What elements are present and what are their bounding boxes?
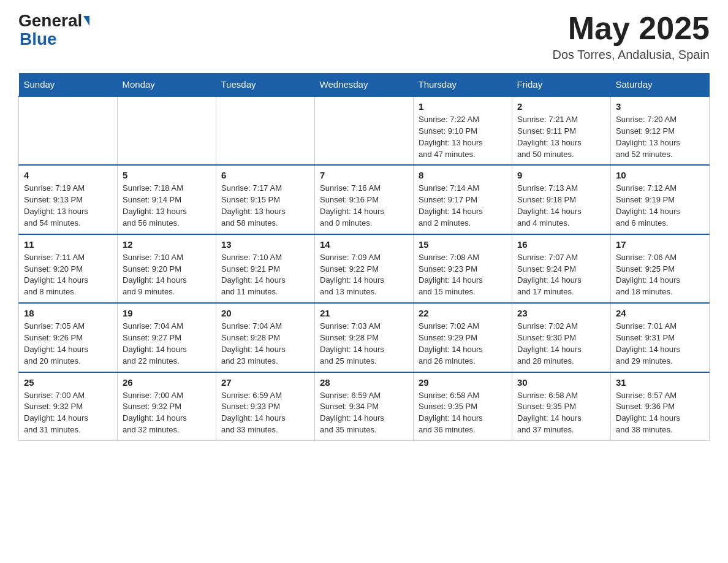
day-info: Sunrise: 7:01 AMSunset: 9:31 PMDaylight:… [616,321,704,367]
day-cell: 17Sunrise: 7:06 AMSunset: 9:25 PMDayligh… [611,234,710,303]
day-cell: 10Sunrise: 7:12 AMSunset: 9:19 PMDayligh… [611,165,710,234]
day-info: Sunrise: 6:58 AMSunset: 9:35 PMDaylight:… [517,390,605,436]
logo-general-text: General [18,12,82,29]
week-row-4: 18Sunrise: 7:05 AMSunset: 9:26 PMDayligh… [19,303,710,372]
day-number: 28 [320,377,408,388]
day-cell: 24Sunrise: 7:01 AMSunset: 9:31 PMDayligh… [611,303,710,372]
day-info: Sunrise: 7:11 AMSunset: 9:20 PMDaylight:… [24,252,112,298]
day-number: 15 [419,239,507,250]
day-info: Sunrise: 6:58 AMSunset: 9:35 PMDaylight:… [419,390,507,436]
day-number: 23 [517,308,605,318]
day-info: Sunrise: 7:13 AMSunset: 9:18 PMDaylight:… [517,183,605,229]
day-cell: 25Sunrise: 7:00 AMSunset: 9:32 PMDayligh… [19,372,118,441]
day-info: Sunrise: 7:20 AMSunset: 9:12 PMDaylight:… [616,114,704,160]
page-header: General Blue May 2025 Dos Torres, Andalu… [18,12,710,62]
day-cell: 12Sunrise: 7:10 AMSunset: 9:20 PMDayligh… [118,234,216,303]
header-cell-monday: Monday [118,73,216,96]
day-number: 2 [517,101,605,112]
day-number: 11 [24,239,112,250]
day-cell: 6Sunrise: 7:17 AMSunset: 9:15 PMDaylight… [216,165,315,234]
day-cell: 13Sunrise: 7:10 AMSunset: 9:21 PMDayligh… [216,234,315,303]
day-info: Sunrise: 7:16 AMSunset: 9:16 PMDaylight:… [320,183,408,229]
day-info: Sunrise: 6:59 AMSunset: 9:33 PMDaylight:… [221,390,309,436]
day-number: 19 [123,308,211,318]
day-number: 26 [123,377,211,388]
day-number: 6 [221,170,309,180]
day-info: Sunrise: 7:05 AMSunset: 9:26 PMDaylight:… [24,321,112,367]
day-cell: 15Sunrise: 7:08 AMSunset: 9:23 PMDayligh… [414,234,512,303]
day-info: Sunrise: 7:02 AMSunset: 9:29 PMDaylight:… [419,321,507,367]
day-cell: 19Sunrise: 7:04 AMSunset: 9:27 PMDayligh… [118,303,216,372]
day-info: Sunrise: 7:22 AMSunset: 9:10 PMDaylight:… [419,114,507,160]
day-number: 9 [517,170,605,180]
day-info: Sunrise: 7:07 AMSunset: 9:24 PMDaylight:… [517,252,605,298]
day-cell [118,96,216,165]
day-cell: 14Sunrise: 7:09 AMSunset: 9:22 PMDayligh… [315,234,414,303]
location-subtitle: Dos Torres, Andalusia, Spain [553,48,710,62]
day-number: 31 [616,377,704,388]
day-number: 30 [517,377,605,388]
day-number: 7 [320,170,408,180]
day-cell: 9Sunrise: 7:13 AMSunset: 9:18 PMDaylight… [512,165,611,234]
header-cell-thursday: Thursday [414,73,512,96]
day-info: Sunrise: 7:08 AMSunset: 9:23 PMDaylight:… [419,252,507,298]
day-number: 12 [123,239,211,250]
day-number: 22 [419,308,507,318]
day-info: Sunrise: 7:03 AMSunset: 9:28 PMDaylight:… [320,321,408,367]
day-number: 13 [221,239,309,250]
day-number: 29 [419,377,507,388]
day-info: Sunrise: 7:14 AMSunset: 9:17 PMDaylight:… [419,183,507,229]
day-cell: 31Sunrise: 6:57 AMSunset: 9:36 PMDayligh… [611,372,710,441]
day-cell: 4Sunrise: 7:19 AMSunset: 9:13 PMDaylight… [19,165,118,234]
day-number: 18 [24,308,112,318]
header-cell-wednesday: Wednesday [315,73,414,96]
calendar-table: SundayMondayTuesdayWednesdayThursdayFrid… [18,73,710,441]
day-info: Sunrise: 7:17 AMSunset: 9:15 PMDaylight:… [221,183,309,229]
day-number: 25 [24,377,112,388]
day-cell: 20Sunrise: 7:04 AMSunset: 9:28 PMDayligh… [216,303,315,372]
day-cell: 26Sunrise: 7:00 AMSunset: 9:32 PMDayligh… [118,372,216,441]
day-cell: 28Sunrise: 6:59 AMSunset: 9:34 PMDayligh… [315,372,414,441]
day-number: 8 [419,170,507,180]
day-info: Sunrise: 7:00 AMSunset: 9:32 PMDaylight:… [123,390,211,436]
day-cell: 22Sunrise: 7:02 AMSunset: 9:29 PMDayligh… [414,303,512,372]
day-cell: 7Sunrise: 7:16 AMSunset: 9:16 PMDaylight… [315,165,414,234]
day-cell: 21Sunrise: 7:03 AMSunset: 9:28 PMDayligh… [315,303,414,372]
day-info: Sunrise: 6:59 AMSunset: 9:34 PMDaylight:… [320,390,408,436]
day-info: Sunrise: 7:00 AMSunset: 9:32 PMDaylight:… [24,390,112,436]
day-info: Sunrise: 7:04 AMSunset: 9:28 PMDaylight:… [221,321,309,367]
week-row-2: 4Sunrise: 7:19 AMSunset: 9:13 PMDaylight… [19,165,710,234]
week-row-3: 11Sunrise: 7:11 AMSunset: 9:20 PMDayligh… [19,234,710,303]
day-cell: 8Sunrise: 7:14 AMSunset: 9:17 PMDaylight… [414,165,512,234]
day-number: 4 [24,170,112,180]
day-number: 10 [616,170,704,180]
day-info: Sunrise: 7:10 AMSunset: 9:21 PMDaylight:… [221,252,309,298]
day-info: Sunrise: 7:06 AMSunset: 9:25 PMDaylight:… [616,252,704,298]
day-number: 1 [419,101,507,112]
day-cell: 3Sunrise: 7:20 AMSunset: 9:12 PMDaylight… [611,96,710,165]
day-cell: 30Sunrise: 6:58 AMSunset: 9:35 PMDayligh… [512,372,611,441]
day-info: Sunrise: 7:04 AMSunset: 9:27 PMDaylight:… [123,321,211,367]
header-cell-sunday: Sunday [19,73,118,96]
day-number: 17 [616,239,704,250]
day-number: 5 [123,170,211,180]
day-cell: 16Sunrise: 7:07 AMSunset: 9:24 PMDayligh… [512,234,611,303]
day-info: Sunrise: 7:21 AMSunset: 9:11 PMDaylight:… [517,114,605,160]
header-cell-tuesday: Tuesday [216,73,315,96]
logo: General Blue [18,12,89,49]
day-info: Sunrise: 6:57 AMSunset: 9:36 PMDaylight:… [616,390,704,436]
day-number: 20 [221,308,309,318]
day-cell [19,96,118,165]
logo-triangle-icon [83,16,89,26]
week-row-5: 25Sunrise: 7:00 AMSunset: 9:32 PMDayligh… [19,372,710,441]
header-row: SundayMondayTuesdayWednesdayThursdayFrid… [19,73,710,96]
day-cell [216,96,315,165]
day-info: Sunrise: 7:19 AMSunset: 9:13 PMDaylight:… [24,183,112,229]
title-area: May 2025 Dos Torres, Andalusia, Spain [553,12,710,62]
day-cell [315,96,414,165]
day-cell: 2Sunrise: 7:21 AMSunset: 9:11 PMDaylight… [512,96,611,165]
day-info: Sunrise: 7:02 AMSunset: 9:30 PMDaylight:… [517,321,605,367]
day-number: 27 [221,377,309,388]
header-cell-saturday: Saturday [611,73,710,96]
logo-blue-text: Blue [18,29,57,49]
